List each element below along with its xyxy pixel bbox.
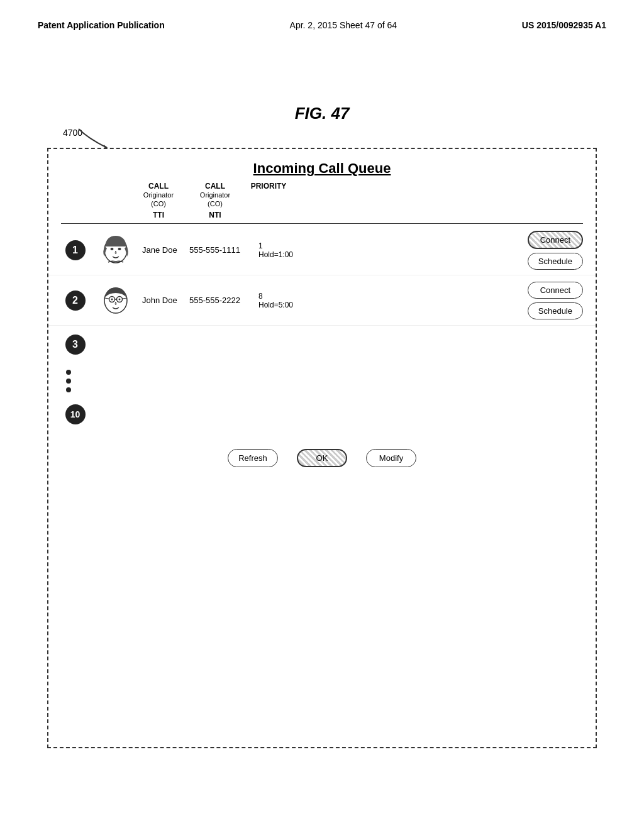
- dots-section: [48, 363, 596, 399]
- col-header-priority: PRIORITY: [243, 182, 294, 191]
- row-number-3: 3: [61, 335, 89, 355]
- row-number-10: 10: [61, 404, 89, 424]
- svg-point-11: [118, 299, 120, 301]
- num-circle-3: 3: [65, 335, 86, 355]
- bottom-buttons: Refresh OK Modify: [48, 443, 596, 473]
- priority-2: 8: [258, 292, 263, 301]
- avatar-john-doe: [97, 282, 135, 319]
- caller-priority-hold-1: 1 Hold=1:00: [258, 241, 293, 259]
- num-circle-2: 2: [65, 290, 86, 311]
- call-info-1: Jane Doe 555-555-1111 1 Hold=1:00: [142, 241, 521, 259]
- dot-2: [66, 379, 71, 384]
- call-info-2: John Doe 555-555-2222 8 Hold=5:00: [142, 292, 521, 309]
- page-header: Patent Application Publication Apr. 2, 2…: [38, 20, 606, 30]
- avatar-jane-doe: [97, 231, 135, 269]
- ok-button[interactable]: OK: [297, 449, 347, 467]
- schedule-button-1[interactable]: Schedule: [528, 253, 583, 270]
- hold-time-1: Hold=1:00: [258, 250, 293, 259]
- col-header-co-nti: CALL Originator (CO): [187, 182, 243, 208]
- separator: [61, 223, 583, 224]
- queue-title: Incoming Call Queue: [48, 160, 596, 177]
- dot-1: [66, 370, 71, 375]
- caller-priority-hold-2: 8 Hold=5:00: [258, 292, 293, 309]
- refresh-button[interactable]: Refresh: [228, 449, 278, 467]
- caller-number-1: 555-555-1111: [189, 245, 258, 255]
- action-buttons-1: Connect Schedule: [528, 231, 583, 270]
- svg-line-8: [104, 298, 109, 299]
- call-row-1: 1: [48, 225, 596, 275]
- svg-point-10: [111, 299, 113, 301]
- call-row-3: 3: [48, 326, 596, 363]
- call-row-2: 2: [48, 275, 596, 326]
- svg-point-2: [110, 248, 113, 250]
- header-sheet-info: Apr. 2, 2015 Sheet 47 of 64: [290, 20, 397, 30]
- connect-button-2[interactable]: Connect: [528, 282, 583, 299]
- hold-time-2: Hold=5:00: [258, 301, 293, 309]
- action-buttons-2: Connect Schedule: [528, 282, 583, 319]
- col-nti: NTI: [187, 211, 243, 219]
- header-publication: Patent Application Publication: [38, 20, 165, 30]
- tti-nti-row: TTI NTI: [48, 211, 596, 222]
- main-content-box: Incoming Call Queue CALL Originator (CO)…: [47, 148, 597, 748]
- row-number-2: 2: [61, 290, 89, 311]
- caller-name-2: John Doe: [142, 296, 189, 305]
- male-face-icon: [99, 283, 133, 318]
- num-circle-10: 10: [65, 404, 86, 424]
- svg-point-3: [118, 248, 121, 250]
- header-patent-number: US 2015/0092935 A1: [522, 20, 606, 30]
- column-headers: CALL Originator (CO) CALL Originator (CO…: [48, 182, 596, 208]
- female-face-icon: [99, 233, 133, 267]
- diagram-label-4700: 4700: [63, 127, 82, 138]
- priority-1: 1: [258, 241, 263, 250]
- figure-label: FIG. 47: [295, 104, 350, 123]
- svg-line-9: [122, 298, 127, 299]
- dot-3: [66, 387, 71, 392]
- caller-number-2: 555-555-2222: [189, 296, 258, 305]
- caller-name-1: Jane Doe: [142, 245, 189, 255]
- modify-button[interactable]: Modify: [366, 449, 416, 467]
- connect-button-1[interactable]: Connect: [528, 231, 583, 249]
- schedule-button-2[interactable]: Schedule: [528, 302, 583, 319]
- call-row-10: 10: [48, 399, 596, 430]
- num-circle-1: 1: [65, 240, 86, 260]
- col-header-co-tti: CALL Originator (CO): [130, 182, 187, 208]
- col-tti: TTI: [130, 211, 187, 219]
- row-number-1: 1: [61, 240, 89, 260]
